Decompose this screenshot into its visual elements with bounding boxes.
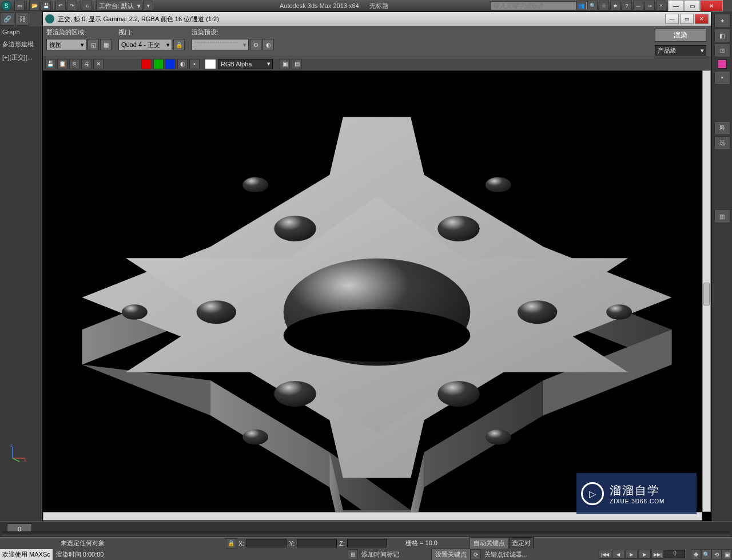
time-config-icon[interactable]: ⊞ <box>348 549 358 559</box>
command-panel: ✦ ◧ ⊡ ▾ 释 选 ▥ <box>711 11 732 521</box>
nav-pan-icon[interactable]: ✥ <box>691 549 701 559</box>
prev-frame-icon[interactable]: ◀ <box>612 550 624 559</box>
hierarchy-panel-icon[interactable]: ⊡ <box>714 43 730 57</box>
watermark-play-icon: ▷ <box>581 482 604 505</box>
lock-viewport-icon[interactable]: 🔒 <box>173 39 185 50</box>
os-minimize-button[interactable] <box>668 0 684 11</box>
viewport-label-corner[interactable]: [+][正交][... <box>0 51 41 64</box>
nav-orbit-icon[interactable]: ⟲ <box>711 549 722 559</box>
search-icon[interactable]: 🔍 <box>587 1 598 11</box>
svg-point-27 <box>274 216 316 241</box>
link-icon[interactable]: ⎌ <box>82 1 92 11</box>
z-coord-input[interactable] <box>347 539 387 547</box>
app-title: Autodesk 3ds Max 2013 x64 无标题 <box>280 2 388 10</box>
star-icon[interactable]: ☆ <box>599 1 609 11</box>
unlink-tool-icon[interactable]: ⛓ <box>15 12 29 26</box>
panel-btn-b[interactable]: 选 <box>714 136 730 150</box>
green-channel-toggle[interactable] <box>153 59 164 69</box>
clear-icon[interactable]: ✕ <box>93 59 104 69</box>
object-color-swatch[interactable] <box>718 59 727 69</box>
render-close-button[interactable]: ✕ <box>695 14 709 24</box>
dropdown-toggle-icon[interactable]: ▾ <box>714 71 730 85</box>
link-tool-icon[interactable]: 🔗 <box>1 12 14 26</box>
create-panel-icon[interactable]: ✦ <box>714 14 730 27</box>
search-input[interactable] <box>491 1 588 10</box>
channel-dropdown[interactable]: RGB Alpha <box>218 59 273 69</box>
app-restore-button[interactable]: ▭ <box>645 1 655 11</box>
goto-end-icon[interactable]: ▶▶| <box>651 550 664 559</box>
left-panel: Graph 多边形建模 [+][正交][... z x <box>0 26 41 526</box>
selected-filter-dropdown[interactable]: 选定对 <box>509 537 534 549</box>
lock-selection-icon[interactable]: 🔒 <box>226 538 236 549</box>
open-file-icon[interactable]: 📂 <box>29 1 39 11</box>
people-icon[interactable]: 👥 <box>576 1 586 11</box>
vertical-scrollbar[interactable] <box>702 70 711 512</box>
render-titlebar[interactable]: 正交, 帧 0, 显示 Gamma: 2.2, RGBA 颜色 16 位/通道 … <box>43 12 711 26</box>
workspace-dropdown[interactable]: 工作台: 默认 <box>96 1 142 11</box>
blue-channel-toggle[interactable] <box>165 59 176 69</box>
display-panel-icon[interactable]: ▥ <box>714 209 730 223</box>
render-area-dropdown[interactable]: 视图 <box>46 39 86 50</box>
crop-icon[interactable]: ▦ <box>100 39 112 50</box>
render-window-icon <box>45 14 54 23</box>
render-maximize-button[interactable]: ▭ <box>680 14 694 24</box>
app-close-button[interactable]: ✕ <box>656 1 666 11</box>
nav-max-icon[interactable]: ▣ <box>722 549 732 559</box>
set-key-button[interactable]: 设置关键点 <box>431 549 471 561</box>
modify-panel-icon[interactable]: ◧ <box>714 29 730 42</box>
svg-point-24 <box>284 309 471 362</box>
redo-icon[interactable]: ↷ <box>67 1 77 11</box>
app-logo-icon[interactable]: S <box>1 1 11 11</box>
render-minimize-button[interactable]: — <box>665 14 679 24</box>
panel-btn-a[interactable]: 释 <box>714 121 730 135</box>
key-filters-button[interactable]: 关键点过滤器... <box>481 550 531 559</box>
environment-icon[interactable]: ◐ <box>262 39 274 50</box>
os-close-button[interactable] <box>700 0 723 11</box>
mono-channel-icon[interactable]: ▪ <box>189 59 200 69</box>
add-time-marker[interactable]: 添加时间标记 <box>358 550 403 559</box>
svg-line-4 <box>13 458 19 462</box>
play-icon[interactable]: ▶ <box>625 550 638 559</box>
y-coord-input[interactable] <box>297 539 337 547</box>
svg-point-26 <box>518 300 557 324</box>
autokey-toggle[interactable]: 自动关键点 <box>470 537 509 549</box>
new-file-icon[interactable]: ▭ <box>14 1 25 11</box>
goto-start-icon[interactable]: |◀◀ <box>599 550 611 559</box>
os-maximize-button[interactable] <box>684 0 700 11</box>
favorite-icon[interactable]: ★ <box>610 1 620 11</box>
graph-tab[interactable]: Graph <box>0 26 41 38</box>
timeline[interactable]: 0 <box>0 521 732 537</box>
render-toolbar-2: 💾 📋 ⎘ 🖨 ✕ ◐ ▪ RGB Alpha ▣ ▤ <box>43 57 711 71</box>
copy-image-icon[interactable]: 📋 <box>57 59 67 69</box>
undo-icon[interactable]: ↶ <box>55 1 66 11</box>
preset-dropdown[interactable]: ---------------------- <box>192 39 249 50</box>
print-icon[interactable]: 🖨 <box>81 59 92 69</box>
nav-zoom-icon[interactable]: 🔍 <box>701 549 711 559</box>
color-swatch[interactable] <box>205 59 216 69</box>
key-mode-icon[interactable]: ⟳ <box>471 549 481 559</box>
current-frame-input[interactable]: 0 <box>665 550 685 558</box>
x-coord-input[interactable] <box>246 539 287 547</box>
svg-point-32 <box>606 304 632 320</box>
preset-label: 渲染预设: <box>192 28 274 37</box>
alpha-channel-icon[interactable]: ◐ <box>177 59 188 69</box>
workspace-flyout-icon[interactable]: ▾ <box>143 1 153 11</box>
display-mode-b-icon[interactable]: ▤ <box>292 59 302 69</box>
selection-status: 未选定任何对象 <box>57 539 108 547</box>
clone-image-icon[interactable]: ⎘ <box>69 59 79 69</box>
display-mode-a-icon[interactable]: ▣ <box>280 59 290 69</box>
timeline-track[interactable] <box>2 531 730 536</box>
save-image-icon[interactable]: 💾 <box>45 59 55 69</box>
red-channel-toggle[interactable] <box>141 59 152 69</box>
help-icon[interactable]: ? <box>622 1 632 11</box>
render-setup-icon[interactable]: ⚙ <box>250 39 261 50</box>
render-button[interactable]: 渲染 <box>655 28 706 42</box>
save-file-icon[interactable]: 💾 <box>41 1 51 11</box>
production-dropdown[interactable]: 产品級 <box>655 45 706 55</box>
rendered-image <box>43 71 711 521</box>
viewport-dropdown[interactable]: Quad 4 - 正交 <box>118 39 172 50</box>
watermark-brand: 溜溜自学 <box>610 483 665 498</box>
region-icon[interactable]: ◱ <box>87 39 99 50</box>
app-minimize-button[interactable]: — <box>633 1 643 11</box>
next-frame-icon[interactable]: ▶ <box>638 550 651 559</box>
